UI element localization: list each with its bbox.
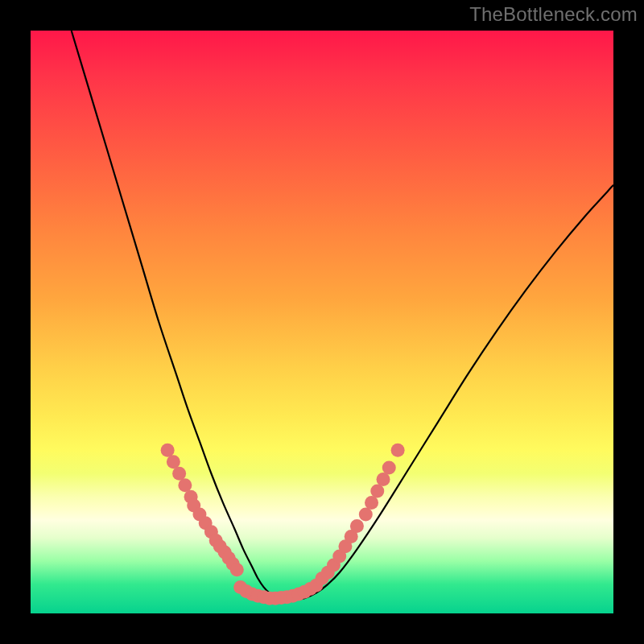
- bottleneck-curve-path: [72, 31, 613, 600]
- highlight-dot: [350, 519, 364, 533]
- highlight-dot: [178, 478, 192, 492]
- highlight-dot: [382, 461, 396, 475]
- chart-svg: [31, 31, 613, 613]
- highlight-dot: [370, 484, 384, 497]
- highlight-dot: [172, 467, 186, 481]
- highlight-dot: [359, 507, 373, 521]
- highlight-dots-bottom: [233, 579, 323, 605]
- plot-area: [31, 31, 613, 613]
- highlight-dot: [391, 444, 405, 457]
- highlight-dot: [365, 496, 378, 510]
- watermark-text: TheBottleneck.com: [469, 3, 638, 26]
- highlight-dots-left: [161, 444, 244, 576]
- highlight-dot: [161, 444, 175, 457]
- highlight-dot: [167, 455, 180, 469]
- chart-frame: TheBottleneck.com: [0, 0, 644, 644]
- highlight-dot: [377, 473, 390, 486]
- highlight-dots-right: [316, 444, 405, 585]
- highlight-dot: [230, 563, 244, 576]
